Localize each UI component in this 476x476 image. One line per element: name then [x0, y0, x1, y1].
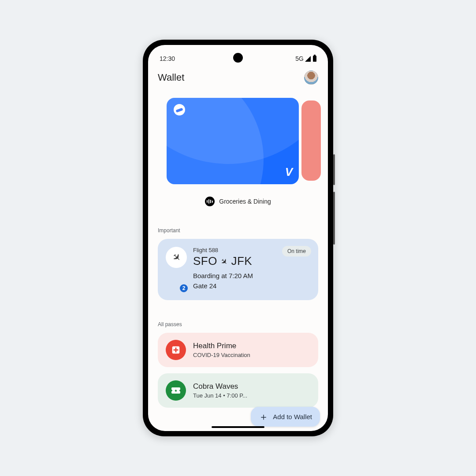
flight-gate: Gate 24 — [193, 281, 310, 291]
pass-text: Health Prime COVID-19 Vaccination — [193, 342, 250, 358]
pass-subtitle: Tue Jun 14 • 7:00 P... — [193, 392, 247, 399]
card-issuer-icon — [174, 104, 185, 115]
flight-pass-card[interactable]: ✈ 2 Flight 588 SFO ✈ JFK Boarding at 7:2… — [158, 239, 318, 300]
card-carousel[interactable]: V — [158, 98, 318, 190]
flight-details: Boarding at 7:20 AM Gate 24 — [193, 271, 310, 291]
add-to-wallet-button[interactable]: ＋ Add to Wallet — [251, 407, 320, 427]
signal-icon — [305, 56, 311, 62]
section-important-label: Important — [158, 227, 318, 234]
pass-subtitle: COVID-19 Vaccination — [193, 352, 250, 358]
pass-text: Cobra Waves Tue Jun 14 • 7:00 P... — [193, 382, 247, 399]
app-header: Wallet — [148, 65, 328, 88]
flight-boarding: Boarding at 7:20 AM — [193, 271, 310, 281]
pass-card-event[interactable]: Cobra Waves Tue Jun 14 • 7:00 P... — [158, 373, 318, 408]
avatar[interactable] — [304, 71, 318, 85]
payment-card-primary[interactable]: V — [167, 98, 299, 184]
flight-count-badge: 2 — [179, 283, 189, 293]
pass-title: Health Prime — [193, 342, 250, 350]
flight-icon-wrap: ✈ 2 — [166, 247, 187, 291]
ticket-icon — [166, 380, 186, 401]
payment-card-secondary[interactable] — [301, 100, 321, 181]
content: V Groceries & Dining Important ✈ 2 Fligh… — [148, 88, 328, 430]
svg-rect-2 — [174, 349, 178, 350]
page-title: Wallet — [158, 72, 184, 83]
pass-title: Cobra Waves — [193, 382, 247, 391]
pass-card-health[interactable]: Health Prime COVID-19 Vaccination — [158, 333, 318, 367]
status-network: 5G — [295, 55, 304, 62]
card-label-row: Groceries & Dining — [158, 197, 318, 206]
status-time: 12:30 — [160, 55, 175, 62]
medical-icon — [166, 340, 186, 360]
flight-origin: SFO — [193, 254, 217, 268]
card-network-icon: V — [285, 165, 292, 179]
flight-status-chip: On time — [282, 246, 311, 257]
front-camera — [233, 53, 243, 63]
status-right: 5G — [295, 55, 316, 62]
airplane-icon: ✈ — [218, 256, 230, 268]
section-all-passes-label: All passes — [158, 321, 318, 327]
battery-icon — [313, 56, 316, 62]
airplane-icon: ✈ — [166, 247, 187, 268]
flight-destination: JFK — [231, 254, 252, 268]
contactless-icon — [205, 197, 215, 206]
home-indicator[interactable] — [212, 426, 264, 428]
fab-label: Add to Wallet — [273, 413, 312, 420]
card-label: Groceries & Dining — [219, 198, 271, 205]
screen: 12:30 5G Wallet V — [148, 45, 328, 431]
phone-frame: 12:30 5G Wallet V — [143, 40, 333, 436]
